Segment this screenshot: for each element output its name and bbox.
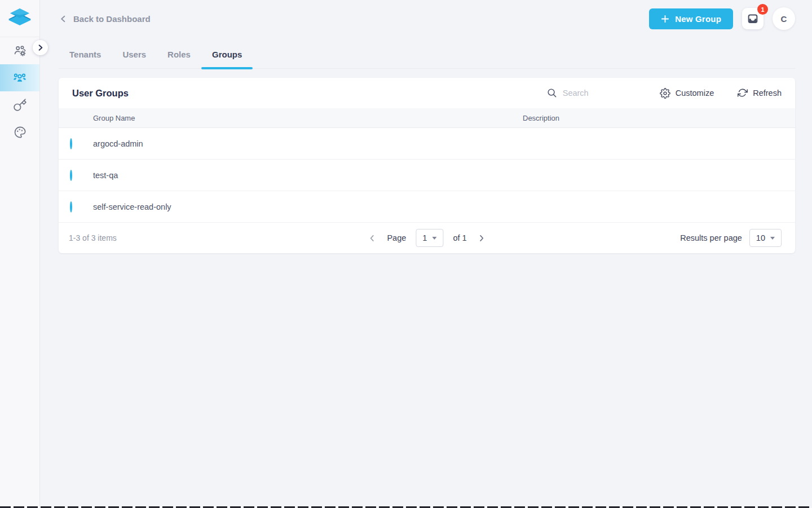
layers-logo-icon xyxy=(7,7,33,30)
tab-groups[interactable]: Groups xyxy=(201,41,253,68)
refresh-icon xyxy=(738,88,748,98)
sidebar-item-appearance[interactable] xyxy=(0,118,39,145)
table-header-row: Group Name Description xyxy=(59,108,795,128)
page-label: Page xyxy=(387,233,406,242)
tab-roles[interactable]: Roles xyxy=(157,41,201,68)
page-select[interactable]: 1 xyxy=(416,229,443,247)
notifications-button[interactable]: 1 xyxy=(742,8,764,29)
row-radio-button[interactable] xyxy=(70,170,72,181)
customize-button[interactable]: Customize xyxy=(660,88,714,99)
chevron-left-icon xyxy=(59,14,68,24)
pagination: Page 1 of 1 xyxy=(367,229,487,247)
group-name-cell: test-qa xyxy=(93,171,523,180)
tab-users[interactable]: Users xyxy=(112,41,157,68)
row-radio-button[interactable] xyxy=(70,201,72,213)
palette-icon xyxy=(13,125,27,139)
topbar: Back to Dashboard New Group 1 xyxy=(59,0,795,41)
chevron-right-icon xyxy=(36,43,45,52)
tab-tenants-label: Tenants xyxy=(69,50,101,59)
sidebar-item-user-management[interactable] xyxy=(0,64,39,91)
sidebar-expand-button[interactable] xyxy=(33,40,48,55)
column-header-group-name: Group Name xyxy=(93,114,523,122)
chevron-left-icon xyxy=(368,234,376,242)
sidebar-item-access-keys[interactable] xyxy=(0,91,39,118)
main-content: Back to Dashboard New Group 1 xyxy=(40,0,812,253)
customize-label: Customize xyxy=(676,89,714,98)
tab-users-label: Users xyxy=(122,50,146,59)
search-icon xyxy=(547,88,557,98)
group-name-cell: argocd-admin xyxy=(93,139,523,148)
tab-roles-label: Roles xyxy=(167,50,191,59)
users-group-icon xyxy=(12,70,27,85)
plus-icon xyxy=(661,15,669,23)
topbar-actions: New Group 1 C xyxy=(649,7,795,30)
card-header: User Groups Customize xyxy=(59,78,795,108)
table-row[interactable]: test-qa xyxy=(59,160,795,191)
user-avatar[interactable]: C xyxy=(773,7,795,30)
column-header-description: Description xyxy=(523,114,795,122)
card-title: User Groups xyxy=(72,88,547,99)
user-groups-card: User Groups Customize xyxy=(59,78,795,253)
new-group-button-label: New Group xyxy=(675,14,721,24)
gear-icon xyxy=(660,88,670,99)
previous-page-button[interactable] xyxy=(367,233,377,244)
chevron-down-icon xyxy=(770,237,775,240)
refresh-button[interactable]: Refresh xyxy=(738,88,782,98)
sidebar xyxy=(0,0,40,508)
tab-bar: Tenants Users Roles Groups xyxy=(59,41,795,69)
avatar-initial: C xyxy=(781,14,787,24)
sidebar-nav xyxy=(0,37,39,145)
inbox-icon xyxy=(747,12,759,25)
tab-groups-label: Groups xyxy=(212,50,242,59)
search-input[interactable] xyxy=(563,89,630,98)
results-per-page: Results per page 10 xyxy=(680,229,782,247)
notification-badge: 1 xyxy=(757,4,768,15)
results-per-page-value: 10 xyxy=(756,233,765,242)
back-link-label: Back to Dashboard xyxy=(73,14,151,24)
key-icon xyxy=(13,98,27,112)
results-per-page-label: Results per page xyxy=(680,233,742,242)
row-radio-button[interactable] xyxy=(70,138,72,149)
table-row[interactable]: argocd-admin xyxy=(59,128,795,160)
tab-tenants[interactable]: Tenants xyxy=(59,41,112,68)
page-of-label: of 1 xyxy=(453,233,466,242)
results-per-page-select[interactable]: 10 xyxy=(749,229,782,247)
chevron-down-icon xyxy=(432,237,436,240)
app-logo[interactable] xyxy=(0,0,39,37)
next-page-button[interactable] xyxy=(476,233,487,244)
group-name-cell: self-service-read-only xyxy=(93,202,523,211)
table-footer: 1-3 of 3 items Page 1 of 1 xyxy=(59,223,795,253)
users-gear-icon xyxy=(13,44,27,58)
table-row[interactable]: self-service-read-only xyxy=(59,191,795,223)
chevron-right-icon xyxy=(478,234,486,242)
new-group-button[interactable]: New Group xyxy=(649,8,733,29)
search-box xyxy=(547,88,636,98)
back-to-dashboard-link[interactable]: Back to Dashboard xyxy=(59,14,151,24)
page-select-value: 1 xyxy=(422,233,427,242)
refresh-label: Refresh xyxy=(753,89,782,98)
